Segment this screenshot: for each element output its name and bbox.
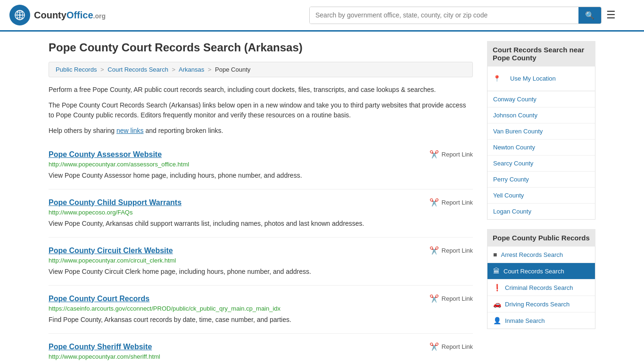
sidebar-item-icon: 🚗 (493, 300, 501, 308)
report-label[interactable]: Report Link (442, 295, 473, 302)
sidebar-public-records-link[interactable]: 🚗 Driving Records Search (487, 296, 595, 312)
results-list: Pope County Assessor Website ✂️ Report L… (49, 141, 473, 362)
description-3: Help others by sharing new links and rep… (49, 126, 473, 136)
search-input[interactable] (310, 7, 578, 24)
result-description: View Pope County Circuit Clerk home page… (49, 267, 473, 277)
sidebar-public-records-link[interactable]: 🏛 Court Records Search (487, 263, 595, 279)
result-item: Pope County Child Support Warrants ✂️ Re… (49, 189, 473, 238)
result-title-row: Pope County Circuit Clerk Website ✂️ Rep… (49, 246, 473, 255)
report-link[interactable]: ✂️ Report Link (429, 294, 473, 303)
sidebar-public-records-item[interactable]: ■ Arrest Records Search (487, 247, 595, 263)
result-title-row: Pope County Court Records ✂️ Report Link (49, 294, 473, 303)
nearby-county-conway[interactable]: Conway County (487, 91, 595, 107)
location-icon: 📍 (493, 75, 501, 82)
page-title: Pope County Court Records Search (Arkans… (49, 41, 473, 54)
breadcrumb-court-records[interactable]: Court Records Search (107, 66, 168, 73)
result-url[interactable]: http://www.popecountyar.com/sheriff.html (49, 353, 473, 360)
result-title-link[interactable]: Pope County Sheriff Website (49, 343, 152, 351)
logo-icon (9, 5, 30, 25)
sidebar-public-records-link[interactable]: ❗ Criminal Records Search (487, 280, 595, 296)
site-header: CountyOffice.org 🔍 ☰ (0, 0, 644, 32)
sidebar-public-records-item[interactable]: 🚗 Driving Records Search (487, 296, 595, 313)
sidebar-item-label: Criminal Records Search (505, 284, 573, 291)
result-item: Pope County Court Records ✂️ Report Link… (49, 286, 473, 334)
sidebar-nearby-title: Court Records Search near Pope County (487, 41, 595, 66)
report-icon: ✂️ (429, 198, 439, 207)
breadcrumb-arkansas[interactable]: Arkansas (179, 66, 204, 73)
nearby-county-newton[interactable]: Newton County (487, 140, 595, 156)
result-title-row: Pope County Child Support Warrants ✂️ Re… (49, 198, 473, 207)
sidebar-public-records-item[interactable]: ❗ Criminal Records Search (487, 280, 595, 296)
report-link[interactable]: ✂️ Report Link (429, 342, 473, 351)
result-url[interactable]: https://caseinfo.arcourts.gov/cconnect/P… (49, 305, 473, 312)
sidebar-nearby-section: Court Records Search near Pope County 📍 … (487, 41, 595, 220)
sidebar-public-records-section: Pope County Public Records ■ Arrest Reco… (487, 229, 595, 329)
sidebar-item-label: Court Records Search (504, 268, 564, 275)
result-title-link[interactable]: Pope County Assessor Website (49, 150, 162, 159)
report-label[interactable]: Report Link (442, 247, 473, 254)
report-icon: ✂️ (429, 342, 439, 351)
search-button[interactable]: 🔍 (578, 7, 601, 24)
sidebar-nearby-list: 📍 Use My Location Conway County Johnson … (487, 66, 595, 220)
nearby-county-yell[interactable]: Yell County (487, 188, 595, 204)
sidebar-item-label: Arrest Records Search (501, 251, 563, 258)
search-icon: 🔍 (585, 11, 594, 19)
nearby-county-searcy[interactable]: Searcy County (487, 156, 595, 172)
report-link[interactable]: ✂️ Report Link (429, 246, 473, 255)
use-location-link[interactable]: Use My Location (504, 71, 561, 86)
result-description: View Pope County, Arkansas child support… (49, 219, 473, 229)
report-icon: ✂️ (429, 246, 439, 255)
sidebar-item-icon: 🏛 (493, 267, 500, 275)
report-label[interactable]: Report Link (442, 199, 473, 206)
result-title-link[interactable]: Pope County Child Support Warrants (49, 198, 182, 207)
content-area: Pope County Court Records Search (Arkans… (49, 41, 473, 362)
report-link[interactable]: ✂️ Report Link (429, 150, 473, 159)
result-title-row: Pope County Sheriff Website ✂️ Report Li… (49, 342, 473, 351)
result-item: Pope County Assessor Website ✂️ Report L… (49, 141, 473, 189)
sidebar-public-records-item[interactable]: 🏛 Court Records Search (487, 263, 595, 280)
description-1: Perform a free Pope County, AR public co… (49, 85, 473, 95)
search-box: 🔍 (309, 7, 602, 24)
report-icon: ✂️ (429, 294, 439, 303)
sidebar-public-records-list: ■ Arrest Records Search 🏛 Court Records … (487, 247, 595, 329)
result-description: View Pope County Assessor home page, inc… (49, 171, 473, 181)
sidebar-public-records-link[interactable]: ■ Arrest Records Search (487, 247, 595, 263)
result-url[interactable]: http://www.popecountyar.com/assessors_of… (49, 161, 473, 168)
result-title-link[interactable]: Pope County Circuit Clerk Website (49, 247, 173, 255)
result-url[interactable]: http://www.popecountyar.com/circuit_cler… (49, 257, 473, 264)
nearby-county-perry[interactable]: Perry County (487, 172, 595, 188)
breadcrumb: Public Records > Court Records Search > … (49, 62, 473, 77)
logo[interactable]: CountyOffice.org (9, 5, 106, 25)
result-url[interactable]: http://www.popecoso.org/FAQs (49, 209, 473, 216)
new-links-link[interactable]: new links (116, 127, 144, 134)
sidebar-item-label: Driving Records Search (505, 301, 570, 308)
report-label[interactable]: Report Link (442, 151, 473, 158)
sidebar-public-records-title: Pope County Public Records (487, 229, 595, 247)
result-title-row: Pope County Assessor Website ✂️ Report L… (49, 150, 473, 159)
result-description: Find Pope County, Arkansas court records… (49, 315, 473, 325)
use-location-item[interactable]: 📍 Use My Location (487, 66, 595, 91)
nearby-county-logan[interactable]: Logan County (487, 204, 595, 219)
result-title-link[interactable]: Pope County Court Records (49, 295, 149, 303)
main-container: Pope County Court Records Search (Arkans… (39, 32, 605, 362)
sidebar-public-records-item[interactable]: 👤 Inmate Search (487, 313, 595, 329)
search-area: 🔍 ☰ (309, 7, 616, 24)
breadcrumb-current: Pope County (215, 66, 250, 73)
result-item: Pope County Sheriff Website ✂️ Report Li… (49, 334, 473, 362)
result-item: Pope County Circuit Clerk Website ✂️ Rep… (49, 238, 473, 286)
menu-icon[interactable]: ☰ (606, 9, 616, 21)
sidebar-public-records-link[interactable]: 👤 Inmate Search (487, 313, 595, 329)
breadcrumb-public-records[interactable]: Public Records (56, 66, 97, 73)
logo-wordmark: CountyOffice.org (34, 10, 106, 21)
sidebar: Court Records Search near Pope County 📍 … (487, 41, 595, 362)
sidebar-item-label: Inmate Search (505, 317, 545, 324)
report-icon: ✂️ (429, 150, 439, 159)
description-2: The Pope County Court Records Search (Ar… (49, 100, 473, 120)
sidebar-item-icon: 👤 (493, 317, 501, 324)
nearby-county-johnson[interactable]: Johnson County (487, 107, 595, 123)
report-link[interactable]: ✂️ Report Link (429, 198, 473, 207)
sidebar-item-icon: ❗ (493, 284, 501, 291)
nearby-county-van-buren[interactable]: Van Buren County (487, 123, 595, 140)
sidebar-item-icon: ■ (493, 251, 497, 258)
report-label[interactable]: Report Link (442, 343, 473, 350)
